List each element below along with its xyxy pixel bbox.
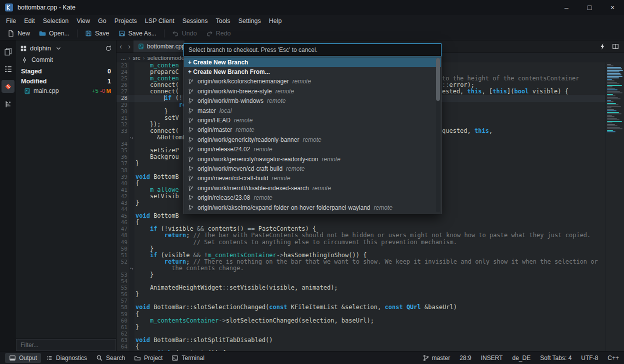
code-line[interactable]: 62 — [116, 331, 605, 337]
branch-item[interactable]: origin/meven/cd-craft-buildremote — [184, 174, 441, 183]
maximize-button[interactable]: □ — [578, 0, 601, 15]
save-as-button[interactable]: Save As... — [114, 28, 161, 38]
code-line[interactable]: 47 if (!visible && contents() == PasteCo… — [116, 226, 605, 232]
branch-item[interactable]: + Create New Branch — [184, 57, 441, 67]
menu-lsp-client[interactable]: LSP Client — [141, 16, 178, 26]
branch-item[interactable]: origin/work/kcolorschememanagerremote — [184, 77, 441, 86]
lightning-icon[interactable] — [599, 43, 606, 50]
minimap[interactable] — [605, 62, 624, 351]
breadcrumb-item[interactable]: src — [132, 55, 140, 61]
code-line[interactable]: 53 } — [116, 272, 605, 278]
code-line[interactable]: 51 if (visible && !m_contentsContainer->… — [116, 252, 605, 259]
code-line[interactable]: 50 } — [116, 246, 605, 252]
line-number-gutter: 59 — [116, 311, 134, 318]
open-button[interactable]: Open... — [34, 28, 74, 38]
statusbar-search-button[interactable]: Search — [92, 353, 129, 363]
branch-item[interactable]: origin/work/merritt/disable-indexed-sear… — [184, 183, 441, 193]
undo-button[interactable]: Undo — [168, 28, 202, 38]
popup-scrollbar[interactable] — [436, 58, 440, 212]
statusbar-field[interactable]: de_DE — [512, 355, 530, 362]
branch-item[interactable]: + Create New Branch From... — [184, 67, 441, 76]
redo-button[interactable]: Redo — [202, 28, 236, 38]
menu-edit[interactable]: Edit — [20, 16, 39, 26]
code-line[interactable]: 56} — [116, 291, 605, 298]
code-line[interactable]: 54 — [116, 278, 605, 285]
new-document-icon — [8, 30, 14, 37]
statusbar-field[interactable]: UTF-8 — [581, 355, 598, 362]
menu-tools[interactable]: Tools — [212, 16, 234, 26]
statusbar-field[interactable]: master — [422, 355, 450, 362]
code-line[interactable]: 46{ — [116, 219, 605, 226]
branch-item[interactable]: origin/masterremote — [184, 125, 441, 135]
menu-file[interactable]: File — [2, 16, 20, 26]
branch-item[interactable]: origin/work/akselmo/expand-folder-on-hov… — [184, 203, 441, 212]
code-line[interactable]: 49 // Set contents to anything else to c… — [116, 239, 605, 246]
forward-icon[interactable]: › — [125, 42, 134, 50]
code-line[interactable]: 59{ — [116, 311, 605, 318]
file-cpp-icon — [138, 43, 144, 49]
branch-item[interactable]: origin/work/meven/cd-craft-buildremote — [184, 164, 441, 173]
popup-scrollbar-thumb[interactable] — [436, 58, 440, 101]
code-line[interactable]: 58void BottomBar::slotSelectionChanged(c… — [116, 304, 605, 311]
project-selector[interactable]: dolphin — [30, 44, 51, 52]
code-line[interactable]: 48 return; // The bar with PasteContents… — [116, 232, 605, 239]
menu-settings[interactable]: Settings — [234, 16, 265, 26]
documents-tool[interactable] — [2, 45, 14, 58]
statusbar-output-button[interactable]: Output — [5, 353, 41, 363]
refresh-icon[interactable] — [105, 45, 112, 52]
branch-item[interactable]: masterlocal — [184, 106, 441, 115]
statusbar-field[interactable]: C++ — [608, 355, 619, 362]
back-icon[interactable]: ‹ — [116, 42, 125, 50]
symbols-tool[interactable] — [2, 97, 14, 110]
branch-item[interactable]: origin/HEADremote — [184, 115, 441, 125]
new-button[interactable]: New — [3, 28, 34, 38]
code-line[interactable]: 55 AnimatedHeightWidget::setVisible(visi… — [116, 285, 605, 291]
branch-item[interactable]: origin/release/23.08remote — [184, 193, 441, 202]
commit-button[interactable]: Commit — [21, 56, 96, 63]
filesystem-tool[interactable] — [2, 62, 14, 75]
branch-item[interactable]: origin/work/genericity/readonly-bannerre… — [184, 135, 441, 144]
branch-item[interactable]: origin/work/genericity/navigator-readonl… — [184, 154, 441, 164]
code-line[interactable]: 60 m_contentsContainer->slotSelectionCha… — [116, 318, 605, 324]
breadcrumb-item[interactable]: ... — [121, 55, 126, 61]
code-line[interactable]: 63void BottomBar::slotSplitTabDisabled() — [116, 337, 605, 344]
branch-search-input[interactable]: Select branch to checkout. Press 'Esc' t… — [184, 43, 442, 56]
line-number-gutter: 57 — [116, 298, 134, 304]
staged-section[interactable]: Staged 0 — [16, 66, 116, 76]
branch-item[interactable]: origin/release/24.02remote — [184, 145, 441, 154]
statusbar-field[interactable]: 28:9 — [460, 355, 471, 362]
code-line[interactable]: 65 switch (contents()) { — [116, 350, 605, 351]
statusbar-terminal-button[interactable]: Terminal — [168, 353, 208, 363]
statusbar-diagnostics-button[interactable]: Diagnostics — [42, 353, 91, 363]
menu-selection[interactable]: Selection — [39, 16, 72, 26]
menu-help[interactable]: Help — [265, 16, 286, 26]
git-file-row[interactable]: main.cpp+5 -0M — [16, 86, 116, 95]
code-line[interactable]: ↪ the contents change. — [116, 265, 605, 272]
fold-column — [129, 69, 134, 75]
breadcrumb-item[interactable]: selectionmode — [148, 55, 184, 61]
statusbar-field[interactable]: Soft Tabs: 4 — [540, 355, 572, 362]
chevron-down-icon[interactable] — [55, 45, 62, 52]
tab-bottombar-cpp[interactable]: bottombar.cpp — [134, 40, 185, 52]
split-view-icon[interactable] — [612, 43, 619, 50]
statusbar-project-button[interactable]: Project — [130, 353, 166, 363]
save-button[interactable]: Save — [80, 28, 114, 38]
git-filter-input[interactable] — [16, 339, 116, 351]
line-number-gutter: ↪ — [116, 265, 134, 272]
code-line[interactable]: 61} — [116, 324, 605, 331]
minimize-button[interactable]: – — [555, 0, 578, 15]
statusbar-field[interactable]: INSERT — [481, 355, 503, 362]
code-line[interactable]: 64{ — [116, 344, 605, 350]
menu-view[interactable]: View — [72, 16, 94, 26]
code-line[interactable]: 52 return; // There is nothing on the ba… — [116, 259, 605, 265]
menu-projects[interactable]: Projects — [110, 16, 141, 26]
git-tool[interactable] — [2, 80, 14, 93]
branch-item[interactable]: origin/work/win-breeze-styleremote — [184, 86, 441, 96]
modified-section[interactable]: Modified 1 — [16, 76, 116, 86]
menu-sessions[interactable]: Sessions — [178, 16, 212, 26]
branch-item[interactable]: origin/work/rmb-windowsremote — [184, 96, 441, 106]
menu-go[interactable]: Go — [94, 16, 110, 26]
code-line[interactable]: 57 — [116, 298, 605, 304]
fold-column — [129, 272, 134, 278]
close-button[interactable]: × — [601, 0, 624, 15]
